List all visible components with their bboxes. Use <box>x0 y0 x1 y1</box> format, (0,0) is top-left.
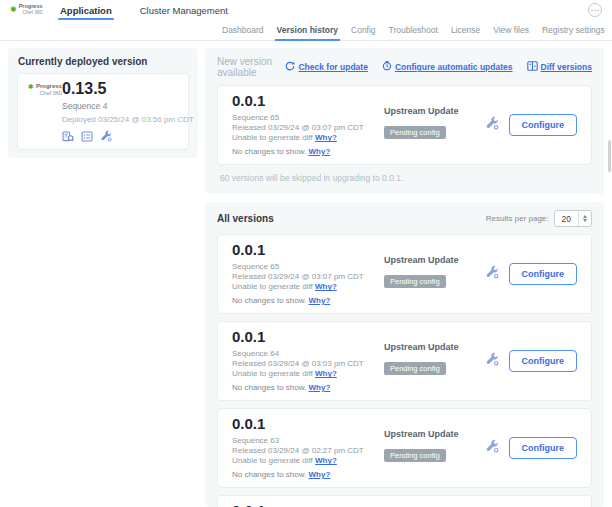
new-version-heading: New version available <box>217 56 285 78</box>
version-source: Upstream Update <box>384 106 485 116</box>
edit-config-wrench-icon[interactable] <box>485 265 499 283</box>
deployed-version-number: 0.13.5 <box>62 81 194 97</box>
currently-deployed-heading: Currently deployed version <box>18 56 189 67</box>
diff-why-link[interactable]: Why? <box>315 456 337 465</box>
configure-button[interactable]: Configure <box>509 114 578 136</box>
app-logo: ✱ Progress Chef 360 <box>28 83 55 142</box>
version-number: 0.0.1 <box>232 93 384 110</box>
app-logo-mark-icon: ✱ <box>28 83 34 90</box>
changes-note: No changes to show. <box>232 296 306 305</box>
changes-note: No changes to show. <box>232 383 306 392</box>
new-version-section: New version available Check for update C… <box>205 48 604 194</box>
new-version-card: 0.0.1 Sequence 65 Released 03/29/24 @ 03… <box>217 85 592 165</box>
subnav-item-troubleshoot[interactable]: Troubleshoot <box>389 20 438 40</box>
tab-application[interactable]: Application <box>58 0 114 20</box>
app-logo-name: Progress <box>36 83 62 90</box>
currently-deployed-panel: Currently deployed version ✱ Progress Ch… <box>8 48 198 158</box>
wrench-icon[interactable] <box>100 130 112 142</box>
diff-note: Unable to generate diff <box>232 282 313 291</box>
version-card: 0.0.1 Sequence 63 Released 03/29/24 @ 02… <box>217 408 592 488</box>
configure-button[interactable]: Configure <box>509 263 578 285</box>
app-logo-product: Chef 360 <box>36 90 62 96</box>
deployed-sequence: Sequence 4 <box>62 101 194 111</box>
edit-config-wrench-icon[interactable] <box>485 439 499 457</box>
edit-config-wrench-icon[interactable] <box>485 116 499 134</box>
subnav-item-registry-settings[interactable]: Registry settings <box>542 20 605 40</box>
subnav-item-license[interactable]: License <box>451 20 480 40</box>
tab-cluster-management[interactable]: Cluster Management <box>138 0 230 20</box>
results-per-page-select[interactable]: 20 <box>554 210 592 227</box>
brand-product: Chef 360 <box>19 10 43 15</box>
refresh-icon <box>285 61 295 73</box>
status-badge: Pending config <box>384 362 446 375</box>
subnav-item-config[interactable]: Config <box>351 20 376 40</box>
top-tabs: Application Cluster Management <box>58 0 230 20</box>
version-number: 0.0.1 <box>232 416 384 433</box>
configure-button[interactable]: Configure <box>509 437 578 459</box>
skipped-versions-note: 60 versions will be skipped in upgrading… <box>220 173 592 183</box>
version-number: 0.0.1 <box>232 503 384 507</box>
deployed-version-card: ✱ Progress Chef 360 0.13.5 Sequence 4 De… <box>17 73 189 150</box>
status-badge: Pending config <box>384 449 446 462</box>
all-versions-section: All versions Results per page: 20 0.0.1 … <box>205 202 604 507</box>
top-bar: ✱ Progress Chef 360 Application Cluster … <box>0 0 612 20</box>
version-source: Upstream Update <box>384 255 485 265</box>
ellipsis-icon: ⋯ <box>591 6 600 15</box>
configure-automatic-updates-link[interactable]: Configure automatic updates <box>382 61 513 73</box>
version-sequence: Sequence 64 <box>232 349 384 359</box>
changes-note: No changes to show. <box>232 470 306 479</box>
changes-why-link[interactable]: Why? <box>309 147 331 156</box>
version-number: 0.0.1 <box>232 329 384 346</box>
changes-why-link[interactable]: Why? <box>309 296 331 305</box>
subnav-item-dashboard[interactable]: Dashboard <box>222 20 264 40</box>
version-sequence: Sequence 65 <box>232 262 384 272</box>
main-content: New version available Check for update C… <box>205 48 604 507</box>
diff-why-link[interactable]: Why? <box>315 369 337 378</box>
admin-console-page: ✱ Progress Chef 360 Application Cluster … <box>0 0 612 507</box>
version-released: Released 03/29/24 @ 03:07 pm CDT <box>232 272 384 282</box>
version-sequence: Sequence 63 <box>232 436 384 446</box>
changes-why-link[interactable]: Why? <box>309 383 331 392</box>
subnav-item-version-history[interactable]: Version history <box>277 20 338 40</box>
edit-config-wrench-icon[interactable] <box>485 352 499 370</box>
all-versions-heading: All versions <box>217 213 274 224</box>
brand-logo: ✱ Progress Chef 360 <box>10 4 44 15</box>
changes-note: No changes to show. <box>232 147 306 156</box>
overflow-menu-button[interactable]: ⋯ <box>588 3 602 17</box>
brand-mark-icon: ✱ <box>10 6 17 14</box>
version-card: 0.0.1 Sequence 64 Released 03/29/24 @ 03… <box>217 321 592 401</box>
diff-note: Unable to generate diff <box>232 369 313 378</box>
diff-why-link[interactable]: Why? <box>315 133 337 142</box>
diff-versions-link[interactable]: Diff versions <box>527 61 593 73</box>
version-source: Upstream Update <box>384 429 485 439</box>
diff-note: Unable to generate diff <box>232 133 313 142</box>
auto-update-icon <box>382 61 392 73</box>
subnav-item-view-files[interactable]: View files <box>493 20 529 40</box>
changes-why-link[interactable]: Why? <box>309 470 331 479</box>
results-per-page-value: 20 <box>555 211 578 226</box>
diff-note: Unable to generate diff <box>232 456 313 465</box>
status-badge: Pending config <box>384 275 446 288</box>
version-released: Released 03/29/24 @ 03:03 pm CDT <box>232 359 384 369</box>
config-list-icon[interactable] <box>81 131 93 142</box>
stepper-arrows-icon <box>578 211 591 226</box>
diff-file-icon[interactable] <box>62 131 74 142</box>
version-number: 0.0.1 <box>232 242 384 259</box>
configure-button[interactable]: Configure <box>509 350 578 372</box>
check-for-update-link[interactable]: Check for update <box>285 61 367 73</box>
version-released: Released 03/29/24 @ 02:27 pm CDT <box>232 446 384 456</box>
results-per-page-label: Results per page: <box>486 214 549 223</box>
version-sequence: Sequence 65 <box>232 113 384 123</box>
version-card: 0.0.1 Sequence 62 Released 03/29/24 @ 02… <box>217 495 592 507</box>
version-source: Upstream Update <box>384 342 485 352</box>
diff-why-link[interactable]: Why? <box>315 282 337 291</box>
app-subnav: Dashboard Version history Config Trouble… <box>0 20 612 41</box>
deployed-timestamp: Deployed 03/25/24 @ 03:56 pm CDT <box>62 115 194 124</box>
diff-icon <box>527 61 538 73</box>
status-badge: Pending config <box>384 126 446 139</box>
version-released: Released 03/29/24 @ 03:07 pm CDT <box>232 123 384 133</box>
scrollbar-thumb[interactable] <box>608 140 611 172</box>
version-card: 0.0.1 Sequence 65 Released 03/29/24 @ 03… <box>217 234 592 314</box>
